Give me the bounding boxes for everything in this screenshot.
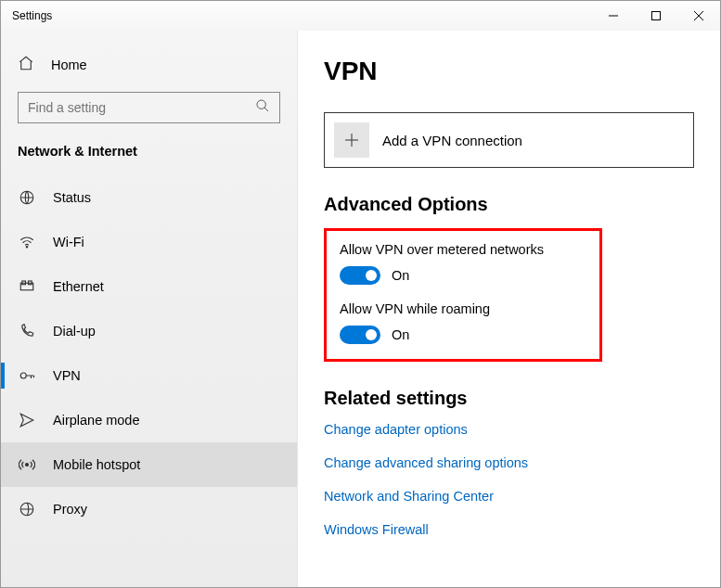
toggle-state: On — [392, 327, 409, 342]
page-title: VPN — [324, 57, 694, 86]
nav-label: Mobile hotspot — [53, 457, 140, 472]
search-icon — [255, 98, 270, 117]
nav-label: Proxy — [53, 502, 87, 517]
nav-item-proxy[interactable]: Proxy — [1, 487, 297, 531]
add-vpn-button[interactable]: Add a VPN connection — [324, 112, 694, 168]
nav-label: Dial-up — [53, 324, 96, 339]
maximize-button[interactable] — [635, 1, 677, 31]
nav-label: Airplane mode — [53, 413, 140, 428]
nav-label: Status — [53, 190, 91, 205]
dialup-icon — [18, 322, 36, 340]
titlebar: Settings — [1, 1, 720, 31]
toggle-roaming-switch[interactable] — [340, 326, 380, 344]
airplane-icon — [18, 411, 36, 429]
nav-label: VPN — [53, 368, 81, 383]
home-button[interactable]: Home — [1, 47, 297, 92]
nav-item-airplane[interactable]: Airplane mode — [1, 398, 297, 442]
search-box[interactable] — [18, 92, 280, 123]
close-button[interactable] — [677, 1, 720, 31]
nav-item-vpn[interactable]: VPN — [1, 353, 297, 398]
toggle-label: Allow VPN while roaming — [340, 301, 586, 316]
svg-rect-1 — [652, 12, 661, 20]
search-input[interactable] — [28, 100, 255, 115]
nav-item-ethernet[interactable]: Ethernet — [1, 264, 297, 309]
add-vpn-label: Add a VPN connection — [382, 133, 522, 148]
toggle-label: Allow VPN over metered networks — [340, 242, 586, 257]
link-windows-firewall[interactable]: Windows Firewall — [324, 522, 694, 537]
home-label: Home — [51, 58, 87, 72]
nav-list: Status Wi-Fi Ethernet Dial-up VPN Airpla… — [1, 175, 297, 531]
window-buttons — [592, 1, 720, 31]
link-network-sharing-center[interactable]: Network and Sharing Center — [324, 489, 694, 504]
proxy-icon — [18, 500, 36, 518]
vpn-icon — [18, 366, 36, 385]
nav-item-dialup[interactable]: Dial-up — [1, 309, 297, 353]
main-panel: VPN Add a VPN connection Advanced Option… — [298, 31, 720, 587]
related-links: Change adapter options Change advanced s… — [324, 422, 694, 537]
toggle-metered-switch[interactable] — [340, 266, 380, 285]
svg-point-11 — [20, 373, 26, 378]
related-settings-header: Related settings — [324, 388, 694, 409]
status-icon — [18, 188, 36, 207]
plus-icon — [334, 122, 369, 158]
wifi-icon — [18, 233, 36, 251]
nav-item-status[interactable]: Status — [1, 175, 297, 220]
ethernet-icon — [18, 277, 36, 296]
nav-item-wifi[interactable]: Wi-Fi — [1, 220, 297, 264]
hotspot-icon — [18, 455, 36, 474]
toggle-state: On — [392, 268, 409, 283]
window-title: Settings — [1, 9, 52, 22]
nav-label: Wi-Fi — [53, 235, 84, 249]
advanced-options-header: Advanced Options — [324, 194, 694, 215]
sidebar: Home Network & Internet Status Wi-Fi Eth… — [1, 31, 298, 587]
svg-point-7 — [26, 247, 28, 249]
svg-point-12 — [26, 464, 29, 467]
svg-line-5 — [264, 108, 268, 111]
toggle-roaming: Allow VPN while roaming On — [340, 301, 586, 344]
link-adapter-options[interactable]: Change adapter options — [324, 422, 694, 437]
section-header: Network & Internet — [1, 144, 297, 175]
nav-item-hotspot[interactable]: Mobile hotspot — [1, 442, 297, 487]
advanced-options-highlight: Allow VPN over metered networks On Allow… — [324, 228, 602, 362]
svg-point-4 — [257, 100, 265, 109]
minimize-button[interactable] — [592, 1, 635, 31]
nav-label: Ethernet — [53, 279, 104, 294]
link-advanced-sharing[interactable]: Change advanced sharing options — [324, 455, 694, 470]
toggle-metered: Allow VPN over metered networks On — [340, 242, 586, 285]
home-icon — [18, 55, 34, 75]
